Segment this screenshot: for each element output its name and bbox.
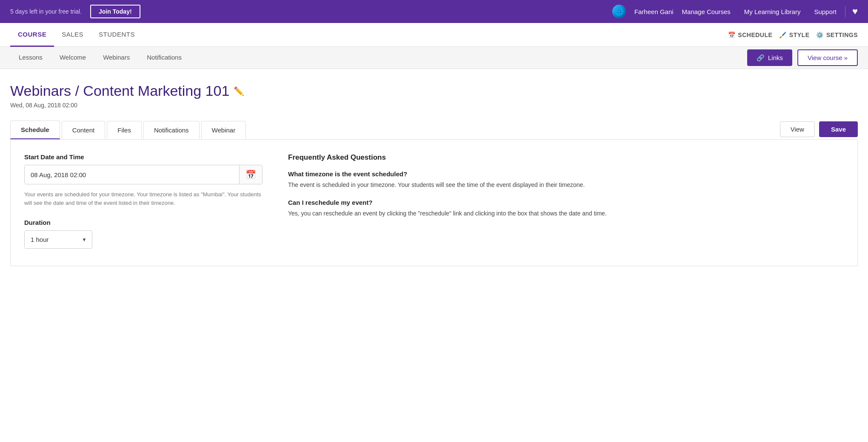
duration-label: Duration	[24, 219, 263, 226]
trial-text: 5 days left in your free trial.	[10, 8, 82, 15]
tertiary-nav-right: 🔗 Links View course »	[747, 49, 858, 66]
date-input[interactable]	[25, 166, 239, 184]
tab-content[interactable]: Content	[62, 121, 106, 139]
favorites-heart-icon[interactable]: ♥	[845, 6, 858, 17]
page-title-text: Webinars / Content Marketing 101	[10, 83, 229, 99]
faq-section: Frequently Asked Questions What timezone…	[288, 153, 844, 249]
tab-notifications[interactable]: Notifications	[143, 121, 200, 139]
style-label: STYLE	[789, 32, 810, 38]
calendar-picker-icon[interactable]: 📅	[239, 165, 262, 184]
secondary-nav-tools: 📅 SCHEDULE 🖌️ STYLE ⚙️ SETTINGS	[728, 32, 858, 38]
schedule-label: SCHEDULE	[738, 32, 772, 38]
inner-tabs-actions: View Save	[780, 121, 858, 139]
support-link[interactable]: Support	[814, 8, 837, 15]
schedule-tool[interactable]: 📅 SCHEDULE	[728, 32, 773, 38]
page-title: Webinars / Content Marketing 101 ✏️	[10, 83, 858, 99]
faq-title: Frequently Asked Questions	[288, 153, 844, 162]
welcome-link[interactable]: Welcome	[51, 47, 94, 69]
links-button-label: Links	[768, 54, 783, 61]
duration-select[interactable]: 1 hour 2 hours 3 hours 4 hours Custom	[25, 231, 77, 248]
duration-dropdown-arrow: ▼	[77, 237, 92, 243]
view-course-button[interactable]: View course »	[797, 49, 858, 66]
globe-icon: 🌐	[612, 5, 626, 18]
links-button[interactable]: 🔗 Links	[747, 49, 792, 66]
faq-question-2: Can I reschedule my event?	[288, 199, 844, 206]
join-today-button[interactable]: Join Today!	[90, 5, 140, 18]
settings-label: SETTINGS	[826, 32, 858, 38]
webinars-link[interactable]: Webinars	[94, 47, 138, 69]
tab-sales[interactable]: SALES	[54, 23, 91, 47]
save-button[interactable]: Save	[819, 121, 858, 137]
date-input-row: 📅	[24, 165, 263, 184]
link-icon: 🔗	[757, 54, 765, 62]
edit-title-icon[interactable]: ✏️	[234, 86, 244, 96]
faq-question-1: What timezone is the event scheduled?	[288, 170, 844, 178]
schedule-form: Start Date and Time 📅 Your events are sc…	[24, 153, 263, 249]
secondary-nav-tabs: COURSE SALES STUDENTS	[10, 23, 143, 46]
faq-answer-2: Yes, you can reschedule an event by clic…	[288, 209, 844, 218]
tertiary-navigation: Lessons Welcome Webinars Notifications 🔗…	[0, 47, 868, 69]
tab-students[interactable]: STUDENTS	[91, 23, 143, 47]
faq-answer-1: The event is scheduled in your timezone.…	[288, 180, 844, 189]
tab-schedule[interactable]: Schedule	[10, 121, 60, 139]
inner-tabs-row: Schedule Content Files Notifications Web…	[10, 121, 858, 140]
my-learning-library-link[interactable]: My Learning Library	[744, 8, 801, 15]
main-content: Webinars / Content Marketing 101 ✏️ Wed,…	[0, 69, 868, 276]
duration-select-wrap: 1 hour 2 hours 3 hours 4 hours Custom ▼	[24, 230, 92, 249]
secondary-navigation: COURSE SALES STUDENTS 📅 SCHEDULE 🖌️ STYL…	[0, 23, 868, 47]
timezone-note: Your events are scheduled for your timez…	[24, 190, 263, 207]
tab-course[interactable]: COURSE	[10, 23, 54, 47]
tab-webinar[interactable]: Webinar	[201, 121, 246, 139]
user-name[interactable]: Farheen Gani	[634, 8, 674, 15]
brush-icon: 🖌️	[779, 32, 787, 38]
style-tool[interactable]: 🖌️ STYLE	[779, 32, 809, 38]
page-subtitle: Wed, 08 Aug, 2018 02:00	[10, 102, 858, 109]
tab-files[interactable]: Files	[107, 121, 142, 139]
date-label: Start Date and Time	[24, 153, 263, 161]
nav-links: Manage Courses My Learning Library Suppo…	[682, 8, 837, 15]
notifications-link[interactable]: Notifications	[138, 47, 190, 69]
lessons-link[interactable]: Lessons	[10, 47, 51, 69]
settings-tool[interactable]: ⚙️ SETTINGS	[816, 32, 858, 38]
gear-icon: ⚙️	[816, 32, 824, 38]
calendar-icon: 📅	[728, 32, 736, 38]
tertiary-nav-links: Lessons Welcome Webinars Notifications	[10, 47, 190, 69]
top-navigation: 5 days left in your free trial. Join Tod…	[0, 0, 868, 23]
manage-courses-link[interactable]: Manage Courses	[682, 8, 731, 15]
schedule-panel: Start Date and Time 📅 Your events are sc…	[10, 140, 858, 266]
view-button[interactable]: View	[780, 121, 815, 137]
